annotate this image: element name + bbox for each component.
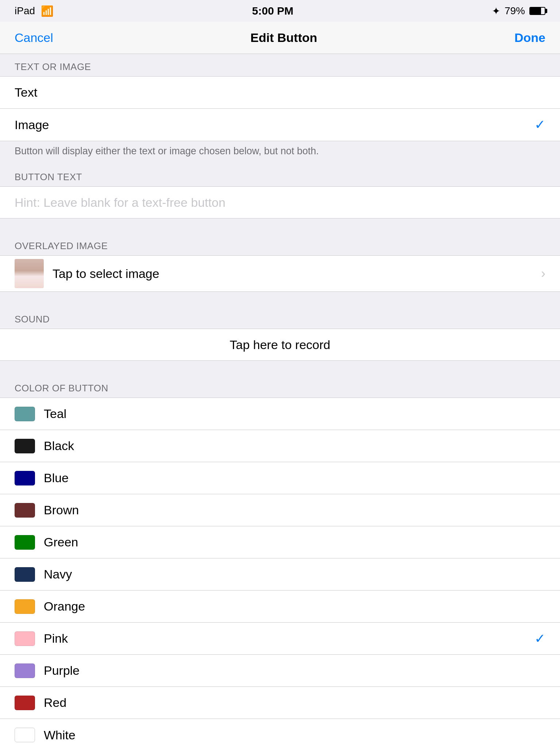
color-row-navy[interactable]: Navy [0, 558, 560, 591]
done-button[interactable]: Done [514, 31, 545, 45]
spacer-3 [0, 361, 560, 375]
color-row-red[interactable]: Red [0, 687, 560, 719]
teal-color-swatch [15, 407, 35, 421]
button-text-header: BUTTON TEXT [0, 164, 560, 186]
image-thumbnail [15, 259, 44, 288]
color-row-white[interactable]: White [0, 719, 560, 747]
nav-title: Edit Button [250, 31, 317, 45]
bluetooth-icon: ✦ [492, 5, 500, 17]
color-row-teal[interactable]: Teal [0, 398, 560, 430]
pink-color-label: Pink [44, 631, 534, 646]
battery-icon [529, 7, 545, 15]
record-row[interactable]: Tap here to record [0, 329, 560, 361]
text-or-image-description: Button will display either the text or i… [0, 141, 560, 164]
button-text-input-row[interactable]: Hint: Leave blank for a text-free button [0, 186, 560, 218]
color-row-blue[interactable]: Blue [0, 462, 560, 494]
pink-checkmark-icon: ✓ [534, 631, 545, 646]
red-color-label: Red [44, 696, 545, 710]
black-color-label: Black [44, 439, 545, 453]
select-image-label: Tap to select image [52, 267, 532, 281]
red-color-swatch [15, 696, 35, 710]
navy-color-label: Navy [44, 567, 545, 581]
status-bar: iPad 📶 5:00 PM ✦ 79% [0, 0, 560, 22]
brown-color-label: Brown [44, 503, 545, 517]
color-row-pink[interactable]: Pink✓ [0, 623, 560, 655]
brown-color-swatch [15, 503, 35, 518]
color-of-button-header: COLOR OF BUTTON [0, 375, 560, 398]
orange-color-swatch [15, 599, 35, 614]
spacer-2 [0, 292, 560, 306]
button-text-placeholder: Hint: Leave blank for a text-free button [15, 196, 545, 210]
green-color-swatch [15, 535, 35, 550]
select-image-chevron-icon: › [541, 266, 545, 281]
text-row[interactable]: Text [0, 77, 560, 109]
purple-color-label: Purple [44, 663, 545, 678]
orange-color-label: Orange [44, 599, 545, 614]
color-row-brown[interactable]: Brown [0, 494, 560, 526]
text-or-image-header: TEXT OR IMAGE [0, 54, 560, 76]
select-image-row[interactable]: Tap to select image › [0, 255, 560, 292]
text-or-image-group: Text Image ✓ [0, 76, 560, 141]
text-row-label: Text [15, 85, 545, 100]
wifi-icon: 📶 [41, 5, 54, 17]
status-left: iPad 📶 [15, 5, 54, 17]
white-color-label: White [44, 728, 545, 742]
sound-header: SOUND [0, 306, 560, 329]
blue-color-swatch [15, 471, 35, 485]
black-color-swatch [15, 439, 35, 453]
teal-color-label: Teal [44, 407, 545, 421]
image-row-label: Image [15, 118, 534, 132]
blue-color-label: Blue [44, 471, 545, 485]
nav-bar: Cancel Edit Button Done [0, 22, 560, 54]
image-thumbnail-inner [15, 259, 44, 288]
color-list: TealBlackBlueBrownGreenNavyOrangePink✓Pu… [0, 398, 560, 747]
status-right: ✦ 79% [492, 5, 545, 17]
pink-color-swatch [15, 631, 35, 646]
white-color-swatch [15, 728, 35, 742]
image-checkmark-icon: ✓ [534, 117, 545, 132]
color-row-green[interactable]: Green [0, 526, 560, 558]
color-row-black[interactable]: Black [0, 430, 560, 462]
battery-percentage: 79% [505, 5, 525, 17]
green-color-label: Green [44, 535, 545, 549]
navy-color-swatch [15, 567, 35, 582]
color-row-orange[interactable]: Orange [0, 591, 560, 623]
overlayed-image-header: OVERLAYED IMAGE [0, 233, 560, 255]
status-time: 5:00 PM [252, 5, 293, 17]
cancel-button[interactable]: Cancel [15, 31, 53, 45]
spacer-1 [0, 218, 560, 233]
color-row-purple[interactable]: Purple [0, 655, 560, 687]
purple-color-swatch [15, 663, 35, 678]
image-row-option[interactable]: Image ✓ [0, 109, 560, 141]
carrier-label: iPad [15, 5, 35, 17]
record-label: Tap here to record [230, 338, 330, 352]
